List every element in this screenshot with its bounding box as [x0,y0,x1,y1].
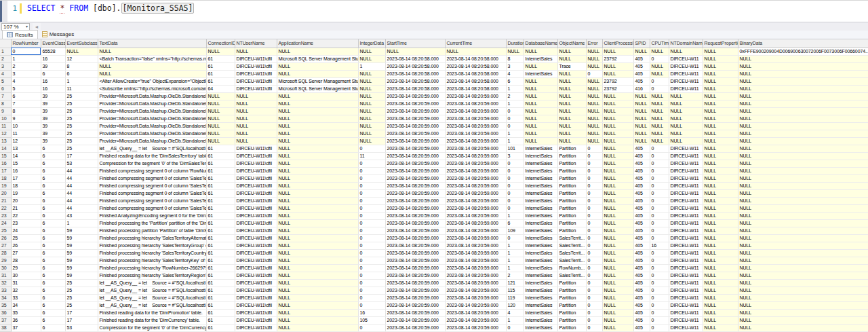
cell[interactable]: NULL [277,100,358,107]
row-number[interactable]: 12 [0,130,11,137]
cell[interactable]: Partition [557,174,586,182]
cell[interactable]: DIRCEU-W11 [669,212,703,219]
cell[interactable]: 2023-08-14 08:20:59.000 [385,174,445,182]
cell[interactable]: NULL [738,182,868,189]
cell[interactable]: 0 [358,279,385,287]
cell[interactable]: InternetSales [524,212,557,219]
cell[interactable]: InternetSales [524,316,557,324]
cell[interactable]: NULL [277,212,358,219]
cell[interactable]: 0 [650,160,669,167]
cell[interactable]: InternetSales [524,287,557,294]
cell[interactable]: DIRCEU-W11 [669,174,703,182]
cell[interactable]: NULL [277,152,358,160]
cell[interactable]: 61 [206,70,235,77]
cell[interactable]: 24 [11,227,41,234]
row-number[interactable]: 14 [0,145,11,152]
row-number[interactable]: 7 [0,92,11,100]
cell[interactable]: 0 [586,316,602,324]
cell[interactable]: NULL [703,234,738,242]
cell[interactable]: 405 [633,242,650,249]
cell[interactable]: 2023-08-14 08:20:59.000 [385,279,445,287]
cell[interactable]: 2023-08-14 08:20:59.000 [445,197,506,204]
cell[interactable]: 1 [65,219,98,227]
cell[interactable]: NULL [633,115,650,122]
cell[interactable]: NULL [738,212,868,219]
cell[interactable]: InternetSales [524,294,557,301]
cell[interactable]: 0 [650,204,669,212]
cell[interactable]: NULL [738,122,868,130]
cell[interactable]: 405 [633,70,650,77]
cell[interactable]: 61 [206,257,235,264]
cell[interactable]: 6 [41,234,65,242]
cell[interactable]: NULL [703,287,738,294]
cell[interactable]: NULL [703,324,738,331]
cell[interactable]: DIRCEU-W11\dfil [235,152,277,160]
cell[interactable]: DIRCEU-W11\dfil [235,287,277,294]
cell[interactable]: Finished Analyzing\Encoding segment 0 fo… [98,212,206,219]
cell[interactable]: 61 [206,287,235,294]
cell[interactable]: NULL [586,122,602,130]
cell[interactable]: NULL [277,324,358,331]
cell[interactable]: 0 [358,204,385,212]
cell[interactable]: DIRCEU-W11 [669,70,703,77]
cell[interactable]: 61 [206,234,235,242]
cell[interactable]: InternetSales [524,145,557,152]
cell[interactable]: 0 [11,48,41,55]
cell[interactable]: 2023-08-14 08:20:59.000 [445,316,506,324]
cell[interactable]: 10 [11,122,41,130]
cell[interactable]: DIRCEU-W11\dfil [235,264,277,272]
column-header-integerdata[interactable]: IntegerData [358,39,385,48]
cell[interactable]: 61 [206,197,235,204]
cell[interactable]: 16 [41,55,65,62]
cell[interactable]: NULL [703,272,738,279]
cell[interactable]: 0 [650,145,669,152]
cell[interactable]: InternetSales [524,264,557,272]
cell[interactable]: NULL [738,174,868,182]
cell[interactable]: NULL [602,204,633,212]
cell[interactable]: 2023-08-14 08:20:59.000 [385,212,445,219]
cell[interactable]: 61 [206,294,235,301]
cell[interactable]: 0 [358,197,385,204]
cell[interactable]: NULL [633,100,650,107]
cell[interactable]: DIRCEU-W11 [669,301,703,309]
cell[interactable]: <Batch Transaction="false" xmlns="http:/… [98,55,206,62]
cell[interactable]: DIRCEU-W11 [669,294,703,301]
cell[interactable]: Finished processing partition 'Partition… [98,227,206,234]
cell[interactable]: Partition [557,189,586,197]
cell[interactable]: NULL [358,48,385,55]
cell[interactable]: 3 [506,152,524,160]
cell[interactable]: DIRCEU-W11 [669,55,703,62]
cell[interactable]: 7 [11,100,41,107]
cell[interactable]: NULL [506,48,524,55]
cell[interactable]: 0 [586,227,602,234]
cell[interactable]: 1 [65,77,98,85]
cell[interactable]: Partition [557,227,586,234]
column-header-textdata[interactable]: TextData [98,39,206,48]
cell[interactable]: NULL [65,48,98,55]
cell[interactable]: NULL [602,219,633,227]
cell[interactable]: InternetSales [524,257,557,264]
cell[interactable]: Finished compressing segment 0 of column… [98,197,206,204]
cell[interactable]: 25 [65,279,98,287]
cell[interactable]: 0 [650,294,669,301]
cell[interactable]: NULL [703,294,738,301]
cell[interactable]: 2023-08-14 08:20:58.000 [445,62,506,70]
cell[interactable]: NULL [277,197,358,204]
cell[interactable]: 0 [358,160,385,167]
cell[interactable]: 59 [65,249,98,257]
cell[interactable]: Finished compressing segment 0 of column… [98,167,206,174]
cell[interactable]: Partition [557,324,586,331]
cell[interactable]: DIRCEU-W11 [669,234,703,242]
cell[interactable]: NULL [738,70,868,77]
cell[interactable]: InternetSales [524,189,557,197]
cell[interactable]: 2023-08-14 08:20:59.000 [445,227,506,234]
cell[interactable]: 39 [41,107,65,115]
cell[interactable]: NULL [277,160,358,167]
cell[interactable]: 0 [358,212,385,219]
cell[interactable]: 0 [586,197,602,204]
cell[interactable]: NULL [557,100,586,107]
cell[interactable]: 0 [586,257,602,264]
cell[interactable]: NULL [277,174,358,182]
cell[interactable]: 25 [11,234,41,242]
cell[interactable]: DIRCEU-W11\dfil [235,316,277,324]
